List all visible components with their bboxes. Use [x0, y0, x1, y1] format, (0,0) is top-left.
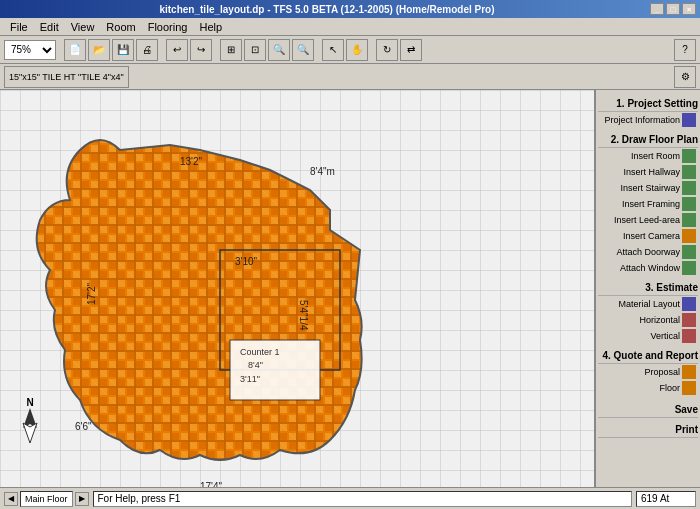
insert-room-label: Insert Room	[631, 151, 680, 161]
attach-window-icon	[682, 261, 696, 275]
panel-vertical[interactable]: Vertical	[598, 328, 698, 344]
svg-text:3'10": 3'10"	[235, 256, 258, 267]
north-arrow: N	[15, 397, 45, 447]
insert-stairway-label: Insert Stairway	[620, 183, 680, 193]
svg-text:13'2": 13'2"	[180, 156, 203, 167]
tile-select-button[interactable]: 15"x15" TILE HT "TILE 4"x4"	[4, 66, 129, 88]
svg-text:8'4"m: 8'4"m	[310, 166, 335, 177]
grid-button[interactable]: ⊞	[220, 39, 242, 61]
insert-camera-label: Insert Camera	[623, 231, 680, 241]
tab-area: ◀ Main Floor ▶	[4, 491, 89, 507]
zoom-in-button[interactable]: 🔍	[268, 39, 290, 61]
print-button[interactable]: 🖨	[136, 39, 158, 61]
toolbar-1: 75% 50% 100% 📄 📂 💾 🖨 ↩ ↪ ⊞ ⊡ 🔍 🔍 ↖ ✋ ↻ ⇄…	[0, 36, 700, 64]
maximize-button[interactable]: □	[666, 3, 680, 15]
horizontal-icon	[682, 313, 696, 327]
attach-window-label: Attach Window	[620, 263, 680, 273]
insert-framing-label: Insert Framing	[622, 199, 680, 209]
panel-horizontal[interactable]: Horizontal	[598, 312, 698, 328]
zoom-select[interactable]: 75% 50% 100%	[4, 40, 56, 60]
status-bar: ◀ Main Floor ▶ For Help, press F1 619 At	[0, 487, 700, 509]
floor-label: Floor	[659, 383, 680, 393]
panel-save-title: Save	[598, 402, 698, 418]
vertical-icon	[682, 329, 696, 343]
right-panel: 1. Project Setting Project Information 2…	[595, 90, 700, 487]
insert-room-icon	[682, 149, 696, 163]
attach-doorway-label: Attach Doorway	[616, 247, 680, 257]
panel-print-title[interactable]: Print	[598, 422, 698, 438]
section-floor-plan-title: 2. Draw Floor Plan	[598, 132, 698, 148]
panel-material-layout[interactable]: Material Layout	[598, 296, 698, 312]
new-button[interactable]: 📄	[64, 39, 86, 61]
insert-framing-icon	[682, 197, 696, 211]
panel-insert-stairway[interactable]: Insert Stairway	[598, 180, 698, 196]
svg-text:Counter 1: Counter 1	[240, 347, 280, 357]
menu-file[interactable]: File	[4, 20, 34, 34]
vertical-label: Vertical	[650, 331, 680, 341]
svg-marker-22	[23, 423, 37, 443]
redo-button[interactable]: ↪	[190, 39, 212, 61]
menu-room[interactable]: Room	[100, 20, 141, 34]
panel-insert-camera[interactable]: Insert Camera	[598, 228, 698, 244]
svg-text:3'11": 3'11"	[240, 374, 260, 384]
panel-proposal[interactable]: Proposal	[598, 364, 698, 380]
flip-button[interactable]: ⇄	[400, 39, 422, 61]
attach-doorway-icon	[682, 245, 696, 259]
status-text: For Help, press F1	[93, 491, 632, 507]
horizontal-label: Horizontal	[639, 315, 680, 325]
pan-button[interactable]: ✋	[346, 39, 368, 61]
floor-plan-svg: 17'2" 17'4" 6'6" 8'4"m 13'2" 3'10" 5'4"1…	[0, 90, 594, 487]
insert-hallway-label: Insert Hallway	[623, 167, 680, 177]
tab-right-scroll[interactable]: ▶	[75, 492, 89, 506]
insert-camera-icon	[682, 229, 696, 243]
panel-project-info[interactable]: Project Information	[598, 112, 698, 128]
panel-attach-doorway[interactable]: Attach Doorway	[598, 244, 698, 260]
panel-attach-window[interactable]: Attach Window	[598, 260, 698, 276]
section-estimate-title: 3. Estimate	[598, 280, 698, 296]
zoom-out-button[interactable]: 🔍	[292, 39, 314, 61]
open-button[interactable]: 📂	[88, 39, 110, 61]
section-quote-title: 4. Quote and Report	[598, 348, 698, 364]
panel-insert-leed[interactable]: Insert Leed-area	[598, 212, 698, 228]
svg-text:5'4"1/4: 5'4"1/4	[298, 300, 309, 331]
insert-stairway-icon	[682, 181, 696, 195]
close-button[interactable]: ×	[682, 3, 696, 15]
area-display: 619 At	[636, 491, 696, 507]
proposal-label: Proposal	[644, 367, 680, 377]
menu-view[interactable]: View	[65, 20, 101, 34]
proposal-icon	[682, 365, 696, 379]
panel-insert-room[interactable]: Insert Room	[598, 148, 698, 164]
menu-flooring[interactable]: Flooring	[142, 20, 194, 34]
title-bar-buttons: _ □ ×	[650, 3, 696, 15]
svg-text:8'4": 8'4"	[248, 360, 263, 370]
minimize-button[interactable]: _	[650, 3, 664, 15]
project-info-icon	[682, 113, 696, 127]
project-info-label: Project Information	[604, 115, 680, 125]
help-button[interactable]: ?	[674, 39, 696, 61]
save-button[interactable]: 💾	[112, 39, 134, 61]
material-layout-icon	[682, 297, 696, 311]
svg-text:6'6": 6'6"	[75, 421, 92, 432]
title-text: kitchen_tile_layout.dp - TFS 5.0 BETA (1…	[4, 4, 650, 15]
insert-leed-icon	[682, 213, 696, 227]
menu-edit[interactable]: Edit	[34, 20, 65, 34]
undo-button[interactable]: ↩	[166, 39, 188, 61]
main-floor-tab[interactable]: Main Floor	[20, 491, 73, 507]
panel-insert-hallway[interactable]: Insert Hallway	[598, 164, 698, 180]
status-message: For Help, press F1	[98, 493, 181, 504]
settings-button[interactable]: ⚙	[674, 66, 696, 88]
svg-text:17'4": 17'4"	[200, 481, 223, 487]
select-button[interactable]: ↖	[322, 39, 344, 61]
rotate-button[interactable]: ↻	[376, 39, 398, 61]
floor-icon	[682, 381, 696, 395]
panel-floor[interactable]: Floor	[598, 380, 698, 396]
panel-insert-framing[interactable]: Insert Framing	[598, 196, 698, 212]
menu-help[interactable]: Help	[193, 20, 228, 34]
material-layout-label: Material Layout	[618, 299, 680, 309]
area-text: 619 At	[641, 493, 669, 504]
snap-button[interactable]: ⊡	[244, 39, 266, 61]
svg-text:17'2": 17'2"	[86, 282, 97, 305]
tab-left-scroll[interactable]: ◀	[4, 492, 18, 506]
insert-leed-label: Insert Leed-area	[614, 215, 680, 225]
canvas-area[interactable]: 17'2" 17'4" 6'6" 8'4"m 13'2" 3'10" 5'4"1…	[0, 90, 595, 487]
